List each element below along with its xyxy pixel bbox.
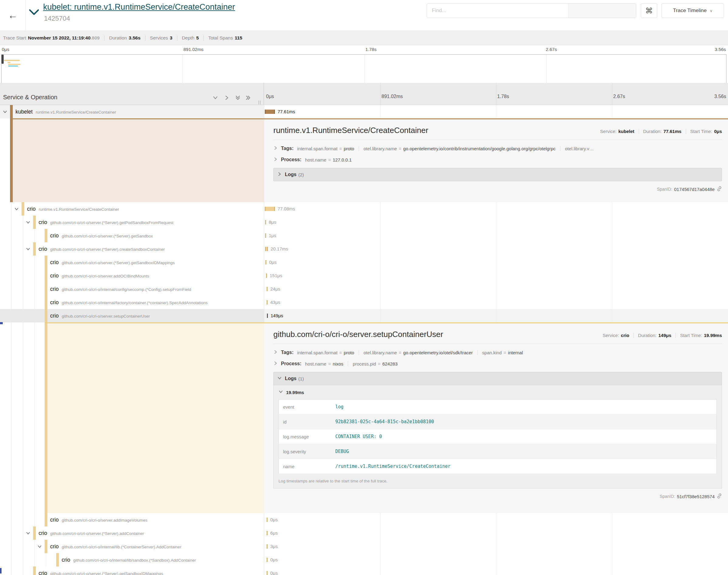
keyboard-shortcuts-button[interactable]: ⌘ [641, 3, 657, 18]
service-name: crio [50, 517, 59, 523]
span-name-cell[interactable]: criogithub.com/cri-o/cri-o/server.(*Serv… [0, 229, 264, 242]
collapse-children-icon[interactable] [26, 531, 30, 537]
expand-one-icon[interactable] [224, 95, 230, 102]
find-input[interactable] [427, 4, 568, 18]
link-icon[interactable] [717, 186, 722, 192]
span-row[interactable]: criogithub.com/cri-o/cri-o/internal/lib.… [0, 540, 728, 553]
span-name-cell[interactable]: criogithub.com/cri-o/cri-o/internal/conf… [0, 282, 264, 296]
span-row[interactable]: criogithub.com/cri-o/cri-o/server.(*Serv… [0, 527, 728, 540]
log-entry-toggle[interactable]: 19.99ms [278, 390, 717, 395]
column-resizer-handle[interactable] [259, 100, 261, 104]
indent-guide [11, 296, 11, 309]
timeline-gridline [496, 540, 496, 553]
collapse-children-icon[interactable] [3, 110, 7, 115]
span-timeline-cell[interactable]: 0μs [264, 513, 728, 527]
span-timeline-cell[interactable]: 0μs [264, 553, 728, 567]
timeline-gridline [612, 553, 612, 567]
span-name-cell[interactable]: criogithub.com/cri-o/cri-o/server.addIma… [0, 513, 264, 527]
timeline-gridline [380, 105, 380, 119]
span-row[interactable]: criogithub.com/cri-o/cri-o/server.(*Serv… [0, 256, 728, 269]
span-id-value: 0174567d17a0448e [674, 187, 715, 192]
collapse-children-icon[interactable] [26, 220, 30, 226]
span-duration-bar[interactable] [265, 233, 266, 238]
span-duration-bar[interactable] [267, 314, 268, 318]
span-timeline-cell[interactable]: 43μs [264, 296, 728, 309]
span-name-cell[interactable]: crioruntime.v1.RuntimeService/CreateCont… [0, 202, 264, 215]
span-duration-bar[interactable] [265, 260, 266, 264]
span-timeline-cell[interactable]: 151μs [264, 269, 728, 282]
span-duration-bar[interactable] [265, 207, 275, 211]
span-row[interactable]: criogithub.com/cri-o/cri-o/internal/conf… [0, 282, 728, 296]
span-duration-bar[interactable] [265, 247, 268, 251]
span-name-cell[interactable]: criogithub.com/cri-o/cri-o/server.(*Serv… [0, 567, 264, 575]
span-duration-bar[interactable] [265, 220, 266, 224]
span-timeline-cell[interactable]: 20.17ms [264, 242, 728, 256]
span-name-cell[interactable]: criogithub.com/cri-o/cri-o/server.(*Serv… [0, 256, 264, 269]
span-name-cell[interactable]: criogithub.com/cri-o/cri-o/server.setupC… [0, 309, 264, 323]
span-duration-bar[interactable] [267, 544, 268, 549]
span-timeline-cell[interactable]: 77.08ms [264, 202, 728, 215]
minimap-drag-handle[interactable] [2, 55, 4, 64]
collapse-children-icon[interactable] [14, 207, 19, 212]
span-row[interactable]: criogithub.com/cri-o/cri-o/server.setupC… [0, 309, 728, 323]
collapse-all-icon[interactable] [235, 95, 240, 102]
trace-title-chevron-down-icon[interactable] [29, 8, 39, 17]
span-timeline-cell[interactable]: 3μs [264, 540, 728, 553]
span-name-cell[interactable]: criogithub.com/cri-o/cri-o/server.(*Serv… [0, 215, 264, 229]
expand-all-icon[interactable] [245, 95, 251, 102]
span-name-cell[interactable]: criogithub.com/cri-o/cri-o/internal/lib.… [0, 540, 264, 553]
span-row[interactable]: criogithub.com/cri-o/cri-o/server.addOCI… [0, 269, 728, 282]
span-duration-bar[interactable] [267, 558, 268, 562]
span-color-bar [56, 553, 59, 567]
span-row[interactable]: criogithub.com/cri-o/cri-o/server.addIma… [0, 513, 728, 527]
minimap-tick-label: 891.02ms [184, 47, 203, 52]
detail-left-strip [0, 119, 264, 202]
span-name-cell[interactable]: criogithub.com/cri-o/cri-o/server.addOCI… [0, 269, 264, 282]
span-row[interactable]: criogithub.com/cri-o/cri-o/server.(*Serv… [0, 215, 728, 229]
collapse-children-icon[interactable] [37, 544, 42, 550]
span-name-cell[interactable]: criogithub.com/cri-o/cri-o/server.(*Serv… [0, 527, 264, 540]
span-duration-bar[interactable] [267, 518, 268, 522]
span-duration-bar[interactable] [267, 571, 268, 575]
span-color-bar [10, 119, 13, 202]
span-row[interactable]: criogithub.com/cri-o/cri-o/internal/fact… [0, 296, 728, 309]
trace-title-link[interactable]: kubelet: runtime.v1.RuntimeService/Creat… [43, 2, 235, 12]
view-selector-dropdown[interactable]: Trace Timeline ∨ [661, 3, 724, 18]
back-button[interactable]: ← [0, 0, 26, 31]
minimap-canvas[interactable] [1, 54, 726, 83]
span-row[interactable]: criogithub.com/cri-o/cri-o/server.(*Serv… [0, 229, 728, 242]
span-timeline-cell[interactable]: 0μs [264, 256, 728, 269]
span-timeline-cell[interactable]: 1μs [264, 229, 728, 242]
span-name-cell[interactable]: kubeletruntime.v1.RuntimeService/CreateC… [0, 105, 264, 119]
span-row[interactable]: kubeletruntime.v1.RuntimeService/CreateC… [0, 105, 728, 119]
process-row[interactable]: Process:host.name=nixosprocess.pid=62428… [273, 361, 722, 366]
logs-toggle[interactable]: Logs(1) [273, 372, 722, 385]
logs-toggle[interactable]: Logs(2) [273, 168, 722, 181]
tags-row[interactable]: Tags:internal.span.format=protootel.libr… [273, 350, 722, 355]
span-timeline-cell[interactable]: 149μs [264, 309, 728, 323]
tags-row[interactable]: Tags:internal.span.format=protootel.libr… [273, 146, 722, 151]
span-duration-bar[interactable] [267, 287, 268, 291]
span-timeline-cell[interactable]: 24μs [264, 282, 728, 296]
span-timeline-cell[interactable]: 8μs [264, 215, 728, 229]
link-icon[interactable] [717, 493, 722, 499]
span-name-cell[interactable]: criogithub.com/cri-o/cri-o/server.(*Serv… [0, 242, 264, 256]
process-row[interactable]: Process:host.name=127.0.0.1 [273, 157, 722, 162]
collapse-children-icon[interactable] [26, 247, 30, 252]
span-duration-bar[interactable] [267, 531, 268, 535]
timeline-gridline [380, 309, 380, 323]
collapse-one-icon[interactable] [212, 95, 218, 102]
span-name-cell[interactable]: criogithub.com/cri-o/cri-o/internal/lib/… [0, 553, 264, 567]
span-duration-bar[interactable] [265, 110, 275, 114]
span-row[interactable]: crioruntime.v1.RuntimeService/CreateCont… [0, 202, 728, 215]
span-duration-bar[interactable] [267, 300, 268, 305]
span-timeline-cell[interactable]: 0μs [264, 567, 728, 575]
span-row[interactable]: criogithub.com/cri-o/cri-o/server.(*Serv… [0, 567, 728, 575]
span-duration-bar[interactable] [266, 274, 267, 278]
key-value: internal.span.format=proto [297, 146, 354, 151]
span-timeline-cell[interactable]: 77.61ms [264, 105, 728, 119]
span-row[interactable]: criogithub.com/cri-o/cri-o/internal/lib/… [0, 553, 728, 567]
span-timeline-cell[interactable]: 6μs [264, 527, 728, 540]
span-row[interactable]: criogithub.com/cri-o/cri-o/server.(*Serv… [0, 242, 728, 256]
span-name-cell[interactable]: criogithub.com/cri-o/cri-o/internal/fact… [0, 296, 264, 309]
